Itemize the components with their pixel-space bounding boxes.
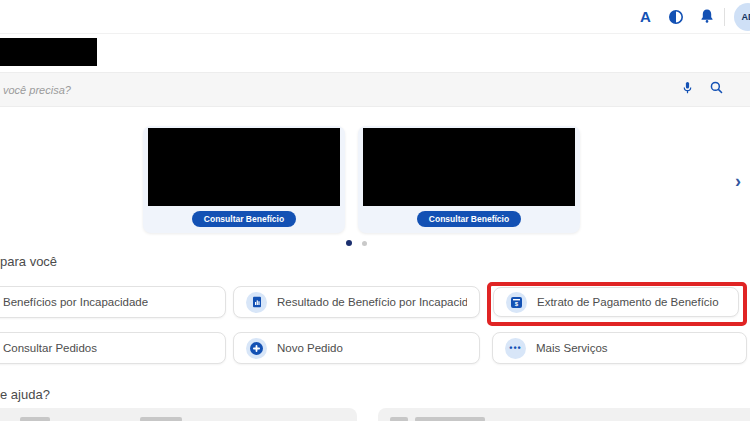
carousel-dot-active[interactable]: [346, 240, 352, 246]
redacted-banner-image: [148, 128, 340, 206]
carousel-slide-2[interactable]: Consultar Benefício: [358, 126, 580, 233]
clipped-text-fragment: [390, 417, 408, 421]
service-card-label: Extrato de Pagamento de Benefício: [537, 296, 719, 308]
help-section-heading: e ajuda?: [0, 387, 50, 402]
clipped-text-fragment: [415, 417, 485, 421]
clipped-text-fragment: [140, 417, 182, 421]
service-card-label: Novo Pedido: [277, 342, 343, 354]
carousel-dot[interactable]: [362, 241, 367, 246]
service-card-resultado-beneficio[interactable]: Resultado de Benefício por Incapacidade: [233, 286, 480, 318]
redacted-banner-image: [363, 128, 575, 206]
service-card-label: Resultado de Benefício por Incapacidade: [277, 296, 467, 308]
service-card-label: Consultar Pedidos: [3, 342, 97, 354]
search-icon[interactable]: [709, 80, 724, 99]
contrast-toggle-icon[interactable]: [668, 9, 684, 29]
consultar-beneficio-button[interactable]: Consultar Benefício: [192, 211, 296, 227]
bell-icon[interactable]: [699, 8, 715, 28]
header-bottom-border: [0, 33, 750, 34]
services-section-heading: para você: [0, 254, 57, 269]
service-card-consultar-pedidos[interactable]: Consultar Pedidos: [0, 332, 226, 364]
avatar[interactable]: AD: [734, 3, 750, 31]
header-divider: [724, 8, 725, 26]
search-bar[interactable]: [0, 72, 750, 107]
search-input[interactable]: [0, 73, 750, 106]
microphone-icon[interactable]: [680, 80, 695, 100]
payment-document-icon: $: [506, 292, 527, 313]
carousel-slide-1[interactable]: Consultar Benefício: [143, 126, 345, 233]
plus-icon: [246, 338, 267, 359]
carousel-next-icon[interactable]: ›: [735, 172, 741, 190]
service-card-beneficios-incapacidade[interactable]: Benefícios por Incapacidade: [0, 286, 226, 318]
consultar-beneficio-button[interactable]: Consultar Benefício: [417, 211, 521, 227]
service-card-label: Benefícios por Incapacidade: [3, 296, 148, 308]
ellipsis-icon: •••: [505, 338, 526, 359]
service-card-mais-servicos[interactable]: ••• Mais Serviços: [492, 332, 747, 364]
font-size-button[interactable]: A: [640, 8, 651, 25]
meu-inss-home-page: A AD Consultar Benef: [0, 0, 750, 421]
service-card-novo-pedido[interactable]: Novo Pedido: [233, 332, 480, 364]
service-card-extrato-pagamento[interactable]: $ Extrato de Pagamento de Benefício: [493, 287, 739, 317]
document-chart-icon: [246, 292, 267, 313]
service-card-label: Mais Serviços: [536, 342, 608, 354]
clipped-text-fragment: [20, 417, 50, 421]
redacted-logo-image: [0, 38, 97, 66]
